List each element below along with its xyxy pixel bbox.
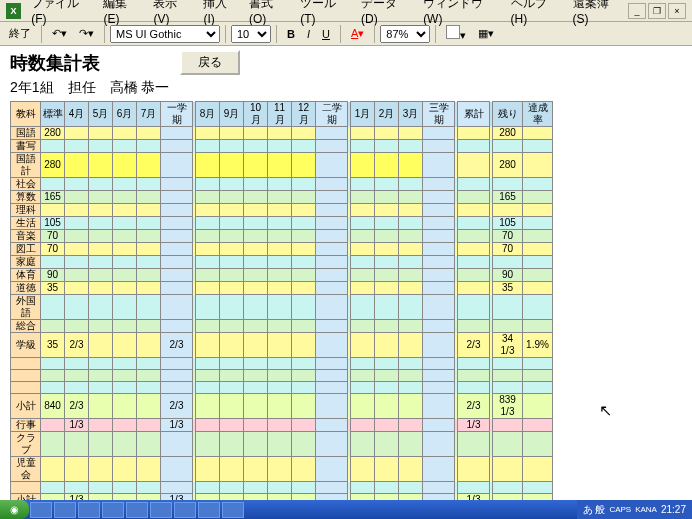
cell[interactable]: 280: [41, 127, 65, 140]
cell[interactable]: [268, 370, 292, 382]
cell[interactable]: [268, 358, 292, 370]
cell[interactable]: [399, 419, 423, 432]
cell[interactable]: [523, 320, 553, 333]
cell[interactable]: [137, 432, 161, 457]
cell[interactable]: [161, 320, 193, 333]
cell[interactable]: [375, 178, 399, 191]
menu-return[interactable]: 還案簿(S): [567, 0, 628, 28]
cell[interactable]: [137, 394, 161, 419]
cell[interactable]: [292, 204, 316, 217]
cell[interactable]: [113, 217, 137, 230]
cell[interactable]: [113, 295, 137, 320]
cell[interactable]: [423, 178, 455, 191]
cell[interactable]: [351, 432, 375, 457]
cell[interactable]: [65, 256, 89, 269]
cell[interactable]: [196, 295, 220, 320]
cell[interactable]: [268, 320, 292, 333]
cell[interactable]: [523, 482, 553, 494]
cell[interactable]: [161, 295, 193, 320]
cell[interactable]: [196, 358, 220, 370]
cell[interactable]: [375, 370, 399, 382]
cell[interactable]: [375, 191, 399, 204]
cell[interactable]: [89, 419, 113, 432]
cell[interactable]: [41, 140, 65, 153]
cell[interactable]: [375, 153, 399, 178]
cell[interactable]: [458, 153, 490, 178]
cell[interactable]: [316, 217, 348, 230]
cell[interactable]: [244, 320, 268, 333]
cell[interactable]: [399, 204, 423, 217]
close-button[interactable]: ×: [668, 3, 686, 19]
cell[interactable]: 1/3: [65, 419, 89, 432]
cell[interactable]: [220, 140, 244, 153]
cell[interactable]: [196, 178, 220, 191]
cell[interactable]: 839 1/3: [493, 394, 523, 419]
cell[interactable]: [244, 204, 268, 217]
cell[interactable]: 2/3: [65, 333, 89, 358]
cell[interactable]: [493, 482, 523, 494]
cell[interactable]: 280: [41, 153, 65, 178]
cell[interactable]: [399, 432, 423, 457]
font-color-button[interactable]: A▾: [346, 24, 369, 43]
cell[interactable]: [423, 217, 455, 230]
cell[interactable]: [399, 394, 423, 419]
cell[interactable]: [292, 358, 316, 370]
cell[interactable]: [220, 282, 244, 295]
cell[interactable]: [423, 482, 455, 494]
cell[interactable]: [523, 243, 553, 256]
cell[interactable]: [268, 243, 292, 256]
cell[interactable]: [161, 457, 193, 482]
cell[interactable]: [89, 333, 113, 358]
cell[interactable]: [292, 394, 316, 419]
cell[interactable]: [196, 457, 220, 482]
border-button[interactable]: ▦▾: [473, 24, 499, 43]
cell[interactable]: [41, 494, 65, 501]
cell[interactable]: [161, 370, 193, 382]
cell[interactable]: [196, 204, 220, 217]
cell[interactable]: [220, 217, 244, 230]
cell[interactable]: [113, 419, 137, 432]
cell[interactable]: [351, 230, 375, 243]
cell[interactable]: [458, 204, 490, 217]
cell[interactable]: [493, 370, 523, 382]
task-item[interactable]: [150, 502, 172, 518]
cell[interactable]: [316, 370, 348, 382]
cell[interactable]: [89, 217, 113, 230]
cell[interactable]: [523, 230, 553, 243]
cell[interactable]: [137, 320, 161, 333]
cell[interactable]: [458, 320, 490, 333]
cell[interactable]: [523, 394, 553, 419]
cell[interactable]: 165: [41, 191, 65, 204]
cell[interactable]: [292, 432, 316, 457]
cell[interactable]: [137, 243, 161, 256]
cell[interactable]: [523, 140, 553, 153]
cell[interactable]: [137, 204, 161, 217]
cell[interactable]: [493, 419, 523, 432]
cell[interactable]: [161, 382, 193, 394]
cell[interactable]: [292, 243, 316, 256]
cell[interactable]: [137, 191, 161, 204]
cell[interactable]: [220, 256, 244, 269]
cell[interactable]: [113, 204, 137, 217]
cell[interactable]: [351, 178, 375, 191]
cell[interactable]: [268, 140, 292, 153]
cell[interactable]: 1.9%: [523, 333, 553, 358]
cell[interactable]: [351, 127, 375, 140]
cell[interactable]: [65, 243, 89, 256]
cell[interactable]: 35: [41, 282, 65, 295]
cell[interactable]: [423, 370, 455, 382]
cell[interactable]: [268, 204, 292, 217]
cell[interactable]: [196, 394, 220, 419]
fill-color-button[interactable]: ▾: [441, 22, 471, 45]
cell[interactable]: 1/3: [161, 419, 193, 432]
cell[interactable]: 書写: [11, 140, 41, 153]
cell[interactable]: [316, 269, 348, 282]
cell[interactable]: [113, 191, 137, 204]
cell[interactable]: 学級: [11, 333, 41, 358]
cell[interactable]: [161, 243, 193, 256]
cell[interactable]: [196, 382, 220, 394]
cell[interactable]: [423, 127, 455, 140]
cell[interactable]: [244, 333, 268, 358]
cell[interactable]: [423, 457, 455, 482]
cell[interactable]: [523, 358, 553, 370]
